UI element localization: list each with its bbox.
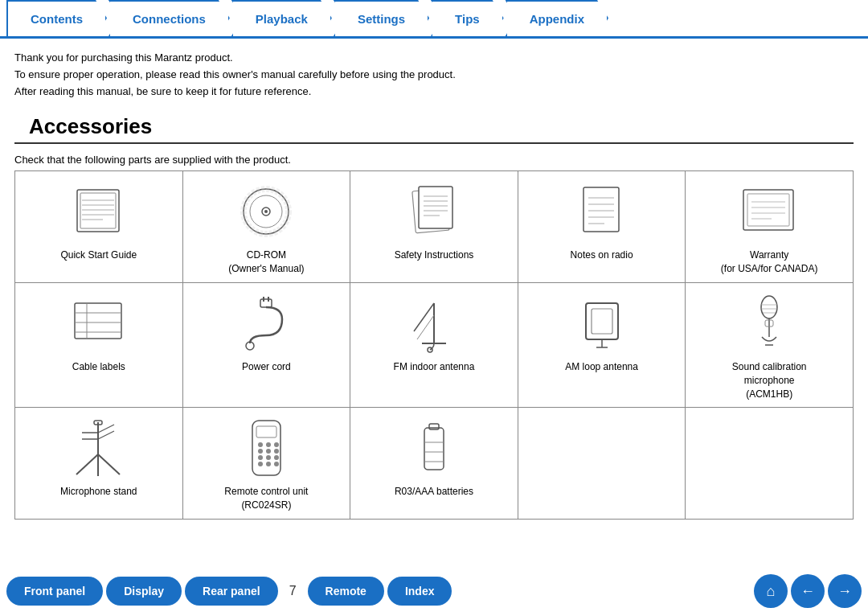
accessory-cdrom: CD-ROM(Owner's Manual) [182, 171, 350, 283]
label-quick-start-guide: Quick Start Guide [20, 248, 178, 262]
bottom-rear-panel[interactable]: Rear panel [185, 577, 278, 606]
label-power-cord: Power cord [188, 360, 346, 374]
nav-tips[interactable]: Tips [431, 0, 504, 36]
svg-line-42 [414, 303, 434, 331]
svg-rect-36 [260, 299, 272, 307]
svg-rect-66 [256, 426, 276, 437]
svg-rect-0 [77, 190, 119, 232]
page-number: 7 [281, 584, 305, 598]
svg-line-64 [98, 431, 114, 439]
svg-point-78 [274, 462, 279, 466]
accessories-description: Check that the following parts are suppl… [0, 150, 868, 170]
bottom-front-panel[interactable]: Front panel [6, 577, 103, 606]
svg-rect-31 [75, 303, 121, 339]
label-remote: Remote control unit(RC024SR) [188, 485, 346, 512]
nav-settings[interactable]: Settings [334, 0, 429, 36]
accessories-table: Quick Start Guide CD-ROM(Owner's Manual) [14, 170, 854, 520]
svg-point-69 [274, 442, 279, 447]
accessory-empty-1 [518, 408, 686, 520]
accessory-warranty: Warranty(for USA/for CANADA) [686, 171, 854, 283]
bottom-index[interactable]: Index [387, 577, 452, 606]
svg-rect-1 [80, 193, 116, 228]
page-title: Accessories [14, 106, 854, 144]
intro-text: Thank you for purchasing this Marantz pr… [0, 39, 868, 106]
bottom-navigation: Front panel Display Rear panel 7 Remote … [0, 570, 868, 612]
svg-point-10 [264, 210, 268, 213]
nav-contents[interactable]: Contents [6, 0, 107, 36]
accessory-am-antenna: AM loop antenna [518, 282, 686, 407]
accessory-mic-stand: Microphone stand [15, 408, 183, 520]
accessory-power-cord: Power cord [182, 282, 350, 407]
bottom-remote[interactable]: Remote [308, 577, 384, 606]
back-button[interactable]: ← [791, 574, 825, 608]
label-microphone: Sound calibrationmicrophone(ACM1HB) [690, 360, 848, 400]
top-navigation: Contents Connections Playback Settings T… [0, 0, 868, 39]
svg-point-74 [266, 455, 271, 460]
label-mic-stand: Microphone stand [20, 485, 178, 499]
label-cdrom: CD-ROM(Owner's Manual) [188, 248, 346, 276]
accessory-cable-labels: Cable labels [15, 282, 183, 407]
svg-point-75 [274, 455, 279, 460]
svg-rect-13 [419, 187, 452, 228]
svg-line-56 [76, 454, 98, 474]
accessory-microphone: Sound calibrationmicrophone(ACM1HB) [686, 282, 854, 407]
svg-rect-80 [429, 424, 439, 429]
accessory-remote: Remote control unit(RC024SR) [182, 408, 350, 520]
accessory-safety-instructions: Safety Instructions [350, 171, 518, 283]
accessory-notes-on-radio: Notes on radio [518, 171, 686, 283]
nav-connections[interactable]: Connections [108, 0, 230, 36]
svg-point-72 [274, 449, 279, 454]
accessory-batteries: R03/AAA batteries [350, 408, 518, 520]
svg-rect-46 [592, 309, 612, 334]
nav-playback[interactable]: Playback [231, 0, 332, 36]
svg-point-67 [258, 442, 263, 447]
label-notes-on-radio: Notes on radio [523, 248, 681, 262]
label-batteries: R03/AAA batteries [355, 485, 513, 499]
svg-line-63 [98, 425, 114, 433]
svg-point-76 [258, 462, 263, 466]
svg-point-77 [266, 462, 271, 466]
bottom-display[interactable]: Display [106, 577, 182, 606]
svg-rect-26 [747, 194, 789, 226]
svg-point-71 [266, 449, 271, 454]
label-cable-labels: Cable labels [20, 360, 178, 374]
svg-line-43 [417, 315, 434, 339]
accessory-quick-start-guide: Quick Start Guide [15, 171, 183, 283]
label-warranty: Warranty(for USA/for CANADA) [690, 248, 848, 276]
label-am-antenna: AM loop antenna [523, 360, 681, 374]
svg-rect-79 [424, 428, 444, 470]
svg-line-58 [98, 454, 120, 474]
svg-rect-25 [743, 190, 793, 230]
label-safety-instructions: Safety Instructions [355, 248, 513, 262]
nav-appendix[interactable]: Appendix [506, 0, 608, 36]
svg-point-68 [266, 442, 271, 447]
svg-rect-19 [583, 187, 619, 232]
home-button[interactable]: ⌂ [754, 574, 788, 608]
forward-button[interactable]: → [828, 574, 862, 608]
svg-point-73 [258, 455, 263, 460]
accessory-fm-antenna: FM indoor antenna [350, 282, 518, 407]
label-fm-antenna: FM indoor antenna [355, 360, 513, 374]
svg-point-70 [258, 449, 263, 454]
accessory-empty-2 [686, 408, 854, 520]
svg-point-49 [761, 296, 777, 318]
